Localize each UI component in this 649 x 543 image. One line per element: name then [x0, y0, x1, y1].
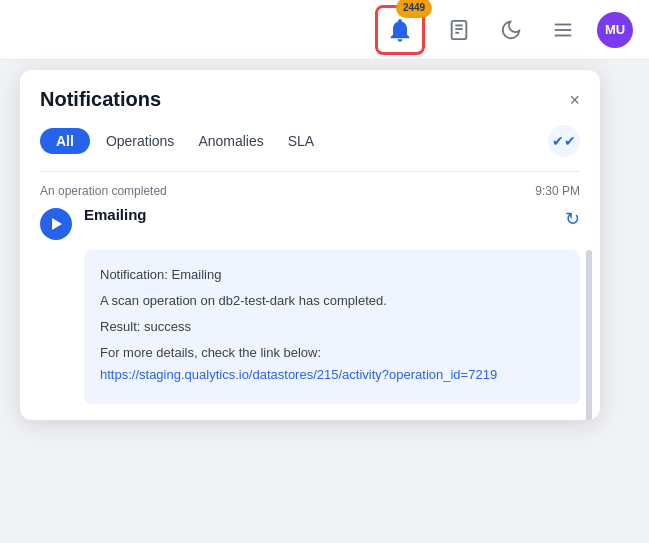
- notifications-panel: Notifications × All Operations Anomalies…: [20, 70, 600, 420]
- content-line-1: Notification: Emailing: [100, 264, 564, 286]
- tab-operations[interactable]: Operations: [98, 128, 182, 154]
- notification-meta-left: An operation completed: [40, 184, 167, 198]
- menu-button[interactable]: [545, 12, 581, 48]
- notification-title: Emailing: [84, 206, 553, 223]
- notification-content-box: Notification: Emailing A scan operation …: [84, 250, 580, 404]
- document-icon-button[interactable]: [441, 12, 477, 48]
- filter-tabs: All Operations Anomalies SLA ✔✔: [20, 125, 600, 171]
- notification-meta-right: 9:30 PM: [535, 184, 580, 198]
- close-button[interactable]: ×: [569, 91, 580, 109]
- activity-link[interactable]: https://staging.qualytics.io/datastores/…: [100, 367, 497, 382]
- mark-all-read-button[interactable]: ✔✔: [548, 125, 580, 157]
- tab-all[interactable]: All: [40, 128, 90, 154]
- theme-toggle-button[interactable]: [493, 12, 529, 48]
- scrollbar[interactable]: [586, 250, 592, 420]
- content-line-2: A scan operation on db2-test-dark has co…: [100, 290, 564, 312]
- refresh-icon[interactable]: ↻: [565, 208, 580, 230]
- panel-title: Notifications: [40, 88, 161, 111]
- user-avatar[interactable]: MU: [597, 12, 633, 48]
- notification-meta: An operation completed 9:30 PM: [20, 172, 600, 202]
- tab-anomalies[interactable]: Anomalies: [190, 128, 271, 154]
- notifications-bell-button[interactable]: 2449: [375, 5, 425, 55]
- play-icon: [52, 218, 62, 230]
- play-button[interactable]: [40, 208, 72, 240]
- bell-icon: [386, 16, 414, 44]
- content-line-4: For more details, check the link below: …: [100, 342, 564, 386]
- tab-sla[interactable]: SLA: [280, 128, 322, 154]
- notification-row: Emailing ↻: [20, 202, 600, 240]
- topbar: 2449 MU: [0, 0, 649, 60]
- panel-header: Notifications ×: [20, 70, 600, 125]
- content-line-3: Result: success: [100, 316, 564, 338]
- notification-badge: 2449: [396, 0, 432, 18]
- double-check-icon: ✔✔: [552, 133, 576, 149]
